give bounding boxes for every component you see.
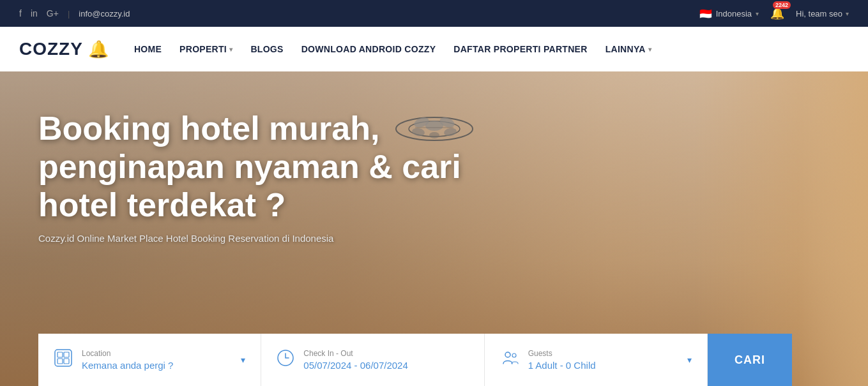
linkedin-icon[interactable]: in [31,8,38,19]
guests-icon [500,348,519,372]
svg-rect-13 [64,359,69,364]
checkin-text-block: Check In - Out 05/07/2024 - 06/07/2024 [303,349,468,371]
properti-dropdown-arrow: ▾ [229,46,232,53]
nav-lainnya[interactable]: LAINNYA ▾ [605,44,651,54]
guests-label: Guests [528,349,678,358]
nav-download[interactable]: DOWNLOAD ANDROID COZZY [301,44,436,54]
nav-daftar[interactable]: DAFTAR PROPERTI PARTNER [453,44,587,54]
nav-links: HOME PROPERTI ▾ BLOGS DOWNLOAD ANDROID C… [134,44,651,54]
user-greeting: Hi, team seo [796,9,842,19]
flag-icon: 🇮🇩 [699,8,712,20]
location-section[interactable]: Location Kemana anda pergi ? ▾ [38,334,261,386]
topbar-left: f in G+ | info@cozzy.id [19,8,130,19]
notification-bell[interactable]: 🔔 2242 [770,6,784,20]
nav-properti[interactable]: PROPERTI ▾ [179,44,232,54]
email-address: info@cozzy.id [79,9,130,19]
logo[interactable]: COZZY 🔔 [19,39,109,59]
svg-rect-10 [57,352,63,357]
hero-title: Booking hotel murah, penginapan nyaman &… [38,110,524,224]
navbar: COZZY 🔔 HOME PROPERTI ▾ BLOGS DOWNLOAD A… [0,27,868,71]
location-chevron: ▾ [241,355,245,365]
bell-icon: 🔔 [770,7,784,20]
svg-rect-11 [64,352,69,357]
user-dropdown-arrow: ▾ [846,10,849,17]
guests-value: 1 Adult - 0 Child [528,360,678,371]
location-text-block: Location Kemana anda pergi ? [82,349,232,371]
nav-blogs[interactable]: BLOGS [250,44,283,54]
checkin-section[interactable]: Check In - Out 05/07/2024 - 06/07/2024 [261,334,484,386]
logo-text: COZZY [19,39,83,59]
language-label: Indonesia [716,9,752,19]
hero-content: Booking hotel murah, penginapan nyaman &… [0,71,868,244]
guests-text-block: Guests 1 Adult - 0 Child [528,349,678,371]
checkin-value: 05/07/2024 - 06/07/2024 [303,360,468,371]
svg-point-16 [512,353,516,357]
guests-chevron: ▾ [687,355,692,365]
googleplus-icon[interactable]: G+ [47,8,59,19]
checkin-label: Check In - Out [303,349,468,358]
location-value: Kemana anda pergi ? [82,360,232,371]
calendar-icon [277,349,294,371]
location-icon [54,348,73,372]
logo-bell-icon: 🔔 [88,40,109,59]
user-menu[interactable]: Hi, team seo ▾ [796,9,849,19]
hero-subtitle: Cozzy.id Online Market Place Hotel Booki… [38,233,830,244]
language-selector[interactable]: 🇮🇩 Indonesia ▾ [699,8,759,20]
divider: | [68,9,70,19]
svg-rect-12 [57,359,63,364]
location-label: Location [82,349,232,358]
topbar: f in G+ | info@cozzy.id 🇮🇩 Indonesia ▾ 🔔… [0,0,868,27]
search-bar: Location Kemana anda pergi ? ▾ Check In … [38,334,792,386]
lainnya-dropdown-arrow: ▾ [648,46,651,53]
topbar-right: 🇮🇩 Indonesia ▾ 🔔 2242 Hi, team seo ▾ [699,6,849,20]
facebook-icon[interactable]: f [19,8,22,19]
notification-badge: 2242 [773,1,791,9]
nav-home[interactable]: HOME [134,44,162,54]
svg-point-15 [505,352,510,357]
guests-section[interactable]: Guests 1 Adult - 0 Child ▾ [485,334,708,386]
search-button[interactable]: CARI [708,334,792,386]
language-dropdown-arrow: ▾ [756,10,759,17]
hero-section: Booking hotel murah, penginapan nyaman &… [0,71,868,386]
